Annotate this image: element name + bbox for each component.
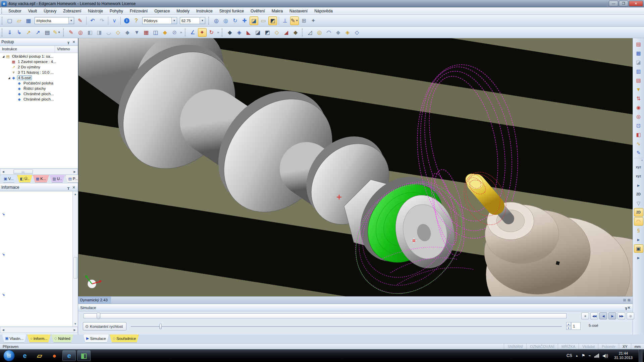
plumb-axis-icon[interactable]: ⊥ — [281, 16, 289, 25]
tab-vrstvy[interactable]: ▣ V... — [1, 175, 17, 183]
menu-item[interactable]: Instrukce — [193, 8, 216, 14]
new-file-icon[interactable]: ▢ — [5, 16, 14, 25]
close-icon[interactable]: ✕ — [71, 185, 76, 190]
open-folder-icon[interactable]: ▱ — [15, 16, 23, 25]
link-move-icon[interactable]: ↳ — [15, 28, 23, 37]
lasso-chain-icon[interactable]: § — [634, 226, 643, 235]
menu-item[interactable]: Zobrazení — [60, 8, 85, 14]
toolbar-overflow-icon[interactable]: » — [634, 158, 643, 162]
xyz-point-icon[interactable]: xyz — [634, 163, 643, 171]
profile-cycle-icon[interactable]: ◇ — [114, 28, 122, 37]
rest-rough-icon[interactable]: ◧ — [634, 130, 643, 139]
close-icon[interactable]: ✕ — [627, 305, 631, 310]
hole-cycle-icon[interactable]: ◫ — [151, 28, 160, 37]
flat-cycle-icon[interactable]: ◨ — [95, 28, 104, 37]
five-axis-cycle-icon[interactable]: ✦ — [198, 28, 207, 37]
tab-vlastnosti[interactable]: ▣ Vlastn... — [2, 335, 26, 343]
analyze-button[interactable]: ◎ — [627, 312, 634, 319]
status-toggle[interactable]: Poloměr — [598, 344, 619, 349]
tree-item-chranene-plochy-2[interactable]: ◢ ◆ Chráněné ploch... — [0, 97, 78, 102]
simulation-progress-slider[interactable] — [84, 313, 567, 318]
expander-icon[interactable]: ◢ — [7, 76, 11, 79]
rotate-view-icon[interactable]: ↻ — [231, 16, 239, 25]
zoom-combo[interactable]: 62.75 ▼ — [180, 17, 205, 24]
lead-icon[interactable]: ◠ — [324, 28, 333, 37]
nc-window-icon[interactable]: ▣ — [634, 244, 643, 253]
info-horizontal-scrollbar[interactable]: ◀ ▶ — [0, 327, 78, 333]
menu-item[interactable]: Modely — [173, 8, 193, 14]
zoom-window-icon[interactable]: ◎ — [212, 16, 221, 25]
scroll-right-icon[interactable]: ▶ — [72, 169, 77, 174]
menu-item[interactable]: Nápověda — [311, 8, 336, 14]
ramp-icon[interactable]: ◿ — [306, 28, 314, 37]
close-button[interactable]: ✕ — [629, 1, 643, 6]
wave-finish-icon[interactable]: ∿ — [634, 139, 643, 148]
machine-setup-icon[interactable]: ✦ — [309, 16, 318, 25]
curve-toolpath-icon[interactable]: ◠ — [634, 217, 643, 226]
separator[interactable] — [120, 17, 121, 25]
tree-item-nastroj[interactable]: ◢ ▼ 3 T1 Nástroj : 10.0 ... — [0, 70, 78, 75]
contour-icon[interactable]: ◆ — [334, 28, 342, 37]
minimize-button[interactable]: — — [609, 1, 618, 6]
filter-icon[interactable]: ▽ — [634, 199, 643, 207]
pin-icon[interactable]: ┰ — [66, 185, 71, 190]
title-bar[interactable]: e 4osy vacka.epf - Edgecam Homework - Li… — [0, 0, 644, 7]
tree-item-zavest-operace[interactable]: ◢ ▦ 1 Zavést operace : 4... — [0, 59, 78, 64]
tree-item-5-ose[interactable]: ◢ ◆ 4 5-osé — [0, 75, 78, 80]
spiral-mill-icon[interactable]: ◉ — [634, 103, 643, 112]
menu-item[interactable]: Ověření — [247, 8, 268, 14]
tree-item-chranene-plochy-1[interactable]: ◢ ◆ Chráněné ploch... — [0, 91, 78, 97]
graphics-viewport[interactable] — [78, 38, 633, 296]
angle-measure-icon[interactable]: ∠ — [189, 28, 197, 37]
chevron-down-icon[interactable]: ▼ — [68, 17, 74, 24]
menu-item[interactable]: Vault — [25, 8, 40, 14]
toolbar-overflow-icon[interactable]: » — [217, 31, 219, 34]
language-indicator[interactable]: CS — [567, 353, 572, 358]
separator[interactable] — [86, 17, 87, 25]
power-plug-icon[interactable]: ⌁ — [588, 353, 591, 358]
play-backward-button[interactable]: ◀ — [599, 312, 607, 319]
rapid-move-icon[interactable]: ↗ — [24, 28, 33, 37]
menu-item[interactable]: Makra — [268, 8, 286, 14]
helix-icon[interactable]: ◎ — [315, 28, 324, 37]
constant-speed-button[interactable]: ⊙ Konstantní rychlost — [83, 322, 126, 330]
chevron-down-icon[interactable]: ▼ — [200, 17, 205, 24]
taskbar-media-icon[interactable]: ● — [48, 350, 61, 361]
plunge-mill-icon[interactable]: ▼ — [634, 85, 643, 94]
zoom-dynamic-icon[interactable]: ◎ — [221, 16, 230, 25]
tab-komponenty[interactable]: ▦ K... — [33, 175, 49, 183]
progress-slider-thumb[interactable] — [97, 313, 100, 319]
menu-item[interactable]: Operace — [151, 8, 173, 14]
tree-horizontal-scrollbar[interactable]: ◀ ||| ▶ — [0, 169, 78, 175]
skip-start-button[interactable]: ◀◀ — [590, 312, 598, 319]
spiral-cycle-icon[interactable]: ◎ — [76, 28, 85, 37]
volume-icon[interactable]: ◀)) — [602, 353, 608, 358]
scroll-up-icon[interactable]: ▲ — [73, 191, 78, 197]
rough-cycle-icon[interactable]: ◧ — [86, 28, 94, 37]
thread-cycle-icon[interactable]: ▦ — [142, 28, 151, 37]
drive-path-icon[interactable]: ◢ — [282, 28, 290, 37]
separator[interactable] — [279, 17, 279, 25]
scroll-down-icon[interactable]: ▼ — [73, 321, 78, 326]
menu-item[interactable]: Strojní funkce — [216, 8, 247, 14]
status-toggle[interactable]: MŘÍŽKA — [558, 344, 579, 349]
view-combo[interactable]: Půdorys ▼ — [142, 17, 177, 24]
info-vertical-scrollbar[interactable]: ▲ ▼ — [72, 191, 78, 326]
speed-slider-thumb[interactable] — [159, 324, 162, 329]
flat-land-mill-icon[interactable]: ◪ — [634, 58, 643, 66]
tab-nahled[interactable]: ◇ Náhled — [51, 335, 73, 343]
taskbar-explorer-icon[interactable]: ▱ — [33, 350, 46, 361]
flowcurve-icon[interactable]: ◆ — [225, 28, 234, 37]
flip-finish-icon[interactable]: ✎ — [634, 148, 643, 157]
chevron-down-icon[interactable]: ▼ — [171, 17, 177, 24]
tab-simulace[interactable]: ▶ Simulace — [83, 335, 109, 343]
status-toggle[interactable]: XY — [619, 344, 631, 349]
menu-item[interactable]: Úpravy — [40, 8, 60, 14]
project-path-icon[interactable]: ◆ — [291, 28, 300, 37]
tab-souradnice[interactable]: ◇ Souřadnice — [110, 335, 139, 343]
tray-expand-icon[interactable]: ▲ — [576, 354, 578, 357]
taskbar-ie-icon[interactable]: e — [18, 350, 32, 361]
wireframe-view-icon[interactable]: ▭ — [259, 16, 268, 25]
finish-icon[interactable]: ◈ — [343, 28, 352, 37]
redo-icon[interactable]: ↷ — [98, 16, 106, 25]
